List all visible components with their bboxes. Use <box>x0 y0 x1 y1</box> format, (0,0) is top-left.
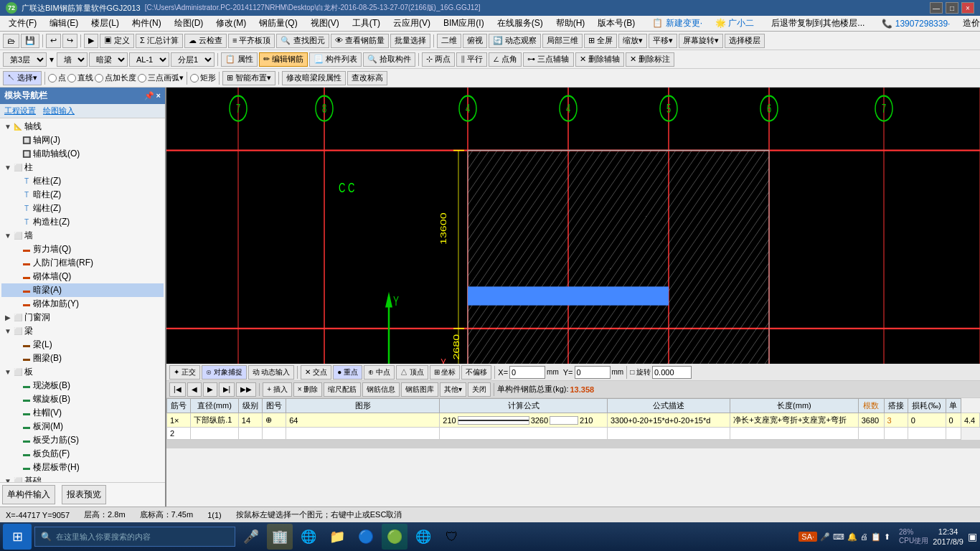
taskbar-security[interactable]: 🛡 <box>439 524 465 550</box>
menu-draw[interactable]: 绘图(D) <box>169 16 209 31</box>
y-input[interactable] <box>575 366 611 379</box>
line-radio-label[interactable]: 直线 <box>67 72 93 83</box>
menu-element[interactable]: 构件(N) <box>126 16 167 31</box>
object-snap-button[interactable]: ⊙ 对象捕捉 <box>202 365 247 380</box>
report-preview-button[interactable]: 报表预览 <box>62 485 106 504</box>
close-button[interactable]: × <box>961 2 974 14</box>
menu-floor[interactable]: 楼层(L) <box>85 16 125 31</box>
project-settings-link[interactable]: 工程设置 <box>4 105 36 116</box>
orthogonal-button[interactable]: ✦ 正交 <box>169 365 200 380</box>
del-aux-button[interactable]: ✕ 删除辅轴 <box>575 52 624 67</box>
rotate-input[interactable] <box>652 366 692 379</box>
rebar-selector[interactable]: AL-1 <box>129 52 169 67</box>
dynamic-obs-button[interactable]: 🔄 动态观察 <box>489 34 541 48</box>
nav-close-icon[interactable]: × <box>156 91 161 100</box>
line-radio[interactable] <box>67 74 76 83</box>
pan-button[interactable]: 平移▾ <box>649 34 677 48</box>
find-element-button[interactable]: 🔍 查找图元 <box>276 34 329 48</box>
nav-prev-button[interactable]: ◀ <box>187 382 202 397</box>
edit-rebar-button[interactable]: ✏ 编辑钢筋 <box>259 52 308 67</box>
layer-selector[interactable]: 第3层 <box>3 52 47 67</box>
save-button[interactable]: 💾 <box>21 34 39 48</box>
menu-new-change[interactable]: 📋 新建变更· <box>646 16 708 31</box>
local-3d-button[interactable]: 局部三维 <box>542 34 583 48</box>
tree-item-civil-defense[interactable]: ▬ 人防门框墙(RF) <box>1 256 164 270</box>
tree-item-end-col[interactable]: T 端柱(Z) <box>1 202 164 215</box>
select-tool-button[interactable]: ↖ 选择▾ <box>3 71 42 85</box>
menu-version[interactable]: 版本号(B) <box>592 16 641 31</box>
tree-item-col-cap[interactable]: ▬ 柱帽(V) <box>1 406 164 420</box>
new-button[interactable]: 🗁 <box>3 34 19 48</box>
point-length-radio-label[interactable]: 点加长度 <box>95 72 136 83</box>
delete-rebar-button[interactable]: × 删除 <box>293 382 323 397</box>
tree-item-slab[interactable]: ▼ ⬜ 板 <box>1 365 164 379</box>
tree-item-foundation[interactable]: ▼ ⬜ 基础 <box>1 474 164 482</box>
tray-upload[interactable]: ⬆ <box>884 532 890 542</box>
menu-rebar-qty[interactable]: 钢筋量(Q) <box>253 16 303 31</box>
pick-element-button[interactable]: 🔍 拾取构件 <box>363 52 415 67</box>
two-point-button[interactable]: ⊹ 两点 <box>422 52 455 67</box>
rebar-close-button[interactable]: 关闭 <box>468 382 491 397</box>
drawing-area[interactable]: Y X 7 8 4 4 5 6 7 <box>166 88 980 507</box>
menu-modify[interactable]: 修改(M) <box>210 16 252 31</box>
rebar-row-1[interactable]: 1× 下部纵筋.1 14 ⊕ 64 210 3260 <box>167 413 980 428</box>
taskbar-chrome[interactable]: 🔵 <box>353 524 379 550</box>
nav-next-button[interactable]: ▶ <box>203 382 217 397</box>
midpoint-button[interactable]: ⊕ 中点 <box>364 365 395 380</box>
element-type-selector[interactable]: 墙 <box>57 52 88 67</box>
view-selector[interactable]: 分层1 <box>171 52 215 67</box>
tree-item-beam[interactable]: ▼ ⬜ 梁 <box>1 324 164 338</box>
start-button[interactable] <box>3 524 32 550</box>
screen-rotate-button[interactable]: 屏幕旋转▾ <box>679 34 723 48</box>
taskbar-glodon[interactable]: 🏢 <box>267 524 293 550</box>
batch-select-button[interactable]: 批量选择 <box>390 34 430 48</box>
taskbar-explorer[interactable]: 📁 <box>324 524 350 550</box>
menu-guangxiao[interactable]: 🌟 广小二 <box>710 16 760 31</box>
menu-edit[interactable]: 编辑(E) <box>44 16 84 31</box>
smart-layout-button[interactable]: ⊞ 智能布置▾ <box>222 71 275 85</box>
tree-item-spiral-slab[interactable]: ▬ 螺旋板(B) <box>1 392 164 406</box>
rect-radio-label[interactable]: 矩形 <box>190 72 216 83</box>
point-length-radio[interactable] <box>95 74 103 83</box>
dynamic-input-button[interactable]: 动 动态输入 <box>248 365 295 380</box>
tree-item-floor-band[interactable]: ▬ 楼层板带(H) <box>1 461 164 474</box>
tree-item-masonry[interactable]: ▬ 砌体墙(Q) <box>1 270 164 283</box>
cloud-check-button[interactable]: ☁ 云检查 <box>184 34 227 48</box>
run-button[interactable]: ▶ <box>84 34 98 48</box>
properties-button[interactable]: 📋 属性 <box>221 52 258 67</box>
tree-item-axis[interactable]: ▼ 📐 轴线 <box>1 120 164 133</box>
insert-rebar-button[interactable]: + 插入 <box>263 382 292 397</box>
tree-item-beam-l[interactable]: ▬ 梁(L) <box>1 338 164 352</box>
point-radio[interactable] <box>48 74 57 83</box>
menu-online[interactable]: 在线服务(S) <box>491 16 549 31</box>
tree-item-masonry-rebar[interactable]: ▬ 砌体加筋(Y) <box>1 297 164 311</box>
horizontal-scrollbar[interactable] <box>166 440 980 448</box>
taskbar-search-box[interactable]: 🔍 在这里输入你要搜索的内容 <box>34 527 235 547</box>
arc-radio-label[interactable]: 三点画弧▾ <box>138 72 184 83</box>
menu-copy-floors[interactable]: 后退带复制到其他楼层... <box>765 16 870 31</box>
taskbar-cortana[interactable]: 🎤 <box>238 524 264 550</box>
tray-clipboard[interactable]: 📋 <box>871 532 881 542</box>
rebar-info-button[interactable]: 钢筋信息 <box>362 382 400 397</box>
tree-item-hidden-col[interactable]: T 暗柱(Z) <box>1 188 164 202</box>
tree-item-axis-grid[interactable]: 🔲 轴网(J) <box>1 133 164 147</box>
tray-keyboard[interactable]: ⌨ <box>833 532 844 542</box>
tree-item-wall[interactable]: ▼ ⬜ 墙 <box>1 229 164 242</box>
x-input[interactable] <box>509 366 545 379</box>
tray-icon-last[interactable]: ▣ <box>968 531 977 542</box>
define-button[interactable]: ▣ 定义 <box>100 34 134 48</box>
fullscreen-button[interactable]: ⊞ 全屏 <box>584 34 617 48</box>
top-view-button[interactable]: 俯视 <box>463 34 487 48</box>
menu-cloud[interactable]: 云应用(V) <box>387 16 436 31</box>
point-angle-button[interactable]: ∠ 点角 <box>489 52 522 67</box>
rebar-lib-button[interactable]: 钢筋图库 <box>401 382 438 397</box>
menu-bim[interactable]: BIM应用(I) <box>438 16 490 31</box>
view-rebar-button[interactable]: 👁 查看钢筋量 <box>331 34 389 48</box>
vertex-button[interactable]: △ 顶点 <box>396 365 428 380</box>
tree-item-column[interactable]: ▼ ⬜ 柱 <box>1 161 164 174</box>
single-element-button[interactable]: 单构件输入 <box>2 485 55 504</box>
tray-notify[interactable]: 🔔 <box>847 532 857 542</box>
2d-button[interactable]: 二维 <box>437 34 461 48</box>
del-mark-button[interactable]: ✕ 删除标注 <box>626 52 674 67</box>
others-button[interactable]: 其他▾ <box>440 382 466 397</box>
